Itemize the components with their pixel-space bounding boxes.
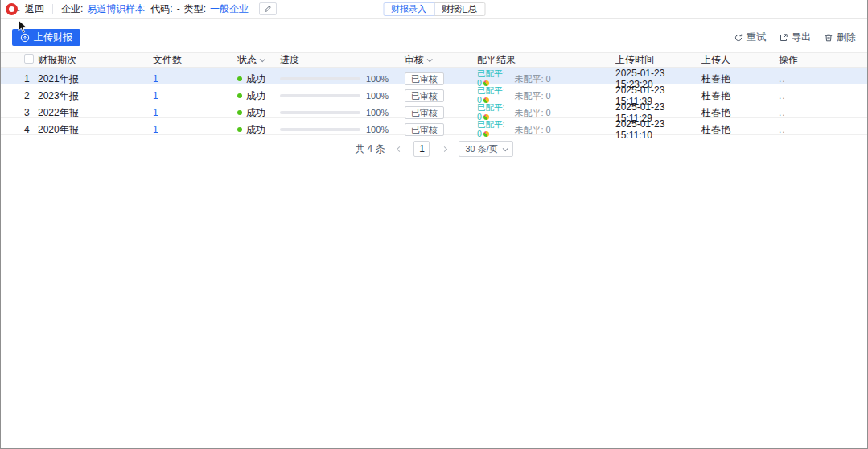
uploader-name: 杜春艳	[701, 72, 779, 86]
status-label: 成功	[246, 89, 265, 103]
progress-bar	[280, 111, 360, 114]
status-label: 成功	[246, 106, 265, 120]
col-status-label: 状态	[237, 53, 257, 67]
tab-report-entry[interactable]: 财报录入	[383, 2, 434, 16]
chevron-down-icon[interactable]	[427, 56, 433, 62]
pagination: 共 4 条 1 30 条/页	[1, 141, 867, 157]
period-cell: 2022年报	[38, 106, 153, 120]
unbalanced-value: 0	[546, 74, 551, 84]
audit-badge: 已审核	[405, 72, 444, 85]
unbalanced-block: 未配平: 0	[514, 90, 550, 102]
prev-page-button[interactable]	[392, 142, 406, 156]
trash-icon	[824, 33, 833, 43]
company-label: 企业:	[61, 2, 83, 16]
tab-report-summary[interactable]: 财报汇总	[434, 2, 485, 16]
table-row[interactable]: 4 2020年报 1 成功 100% 已审核 已配平: 0 未配平: 0 202…	[1, 118, 867, 135]
chevron-down-icon	[503, 146, 508, 151]
row-index: 4	[9, 124, 38, 135]
progress-bar	[280, 128, 360, 131]
success-dot-icon	[237, 93, 242, 98]
progress-cell: 100%	[280, 108, 405, 117]
col-audit-label: 审核	[405, 53, 424, 67]
balanced-label: 已配平:	[477, 119, 504, 129]
unbalanced-block: 未配平: 0	[514, 73, 550, 85]
unbalanced-label: 未配平:	[514, 91, 543, 101]
progress-label: 100%	[366, 91, 389, 101]
upload-label: 上传财报	[34, 31, 72, 44]
status-cell: 成功	[237, 89, 280, 103]
success-dot-icon	[237, 127, 242, 132]
next-page-button[interactable]	[437, 142, 451, 156]
progress-bar	[280, 94, 360, 97]
balance-icon	[483, 131, 489, 137]
row-index: 3	[9, 107, 38, 118]
success-dot-icon	[237, 110, 242, 115]
export-label: 导出	[792, 31, 811, 44]
unbalanced-label: 未配平:	[514, 125, 543, 134]
balanced-label: 已配平:	[477, 85, 504, 95]
row-actions-button[interactable]: ..	[779, 73, 859, 84]
table-row[interactable]: 1 2021年报 1 成功 100% 已审核 已配平: 0 未配平: 0 202…	[1, 68, 867, 84]
audit-badge: 已审核	[405, 123, 444, 136]
audit-badge: 已审核	[405, 89, 444, 102]
back-label: 返回	[25, 2, 44, 16]
top-bar: ← 返回 企业: 易道博识样本... 代码: - 类型: 一般企业 财报录入 财…	[1, 0, 867, 19]
row-actions-button[interactable]: ..	[779, 107, 859, 118]
files-count-link[interactable]: 1	[153, 107, 158, 118]
table-actions: 重试 导出 删除	[734, 31, 856, 44]
row-actions-button[interactable]: ..	[779, 124, 859, 135]
unbalanced-block: 未配平: 0	[514, 124, 550, 136]
status-label: 成功	[246, 72, 265, 86]
type-value-link[interactable]: 一般企业	[210, 2, 249, 16]
company-meta: 企业: 易道博识样本... 代码: - 类型: 一般企业	[61, 2, 277, 16]
balanced-block: 已配平: 0	[477, 120, 504, 138]
progress-cell: 100%	[280, 74, 405, 84]
progress-label: 100%	[366, 125, 389, 134]
current-page-button[interactable]: 1	[413, 141, 430, 157]
export-button[interactable]: 导出	[779, 31, 811, 44]
table-header-row: 财报期次 文件数 状态 进度 审核 配平结果 上传时间 上传人 操作	[1, 52, 867, 68]
upload-icon	[20, 33, 30, 43]
unbalanced-label: 未配平:	[514, 108, 543, 117]
export-icon	[779, 33, 788, 43]
delete-button[interactable]: 删除	[824, 31, 856, 44]
page-size-value: 30 条/页	[465, 143, 497, 155]
col-period: 财报期次	[38, 53, 153, 67]
progress-cell: 100%	[280, 125, 405, 134]
col-time: 上传时间	[615, 53, 701, 67]
select-all-checkbox[interactable]	[24, 54, 34, 64]
period-cell: 2020年报	[38, 123, 153, 137]
company-name-link[interactable]: 易道博识样本...	[87, 2, 146, 16]
code-label: 代码:	[150, 2, 172, 16]
row-index: 2	[9, 90, 38, 101]
progress-label: 100%	[366, 108, 389, 117]
balanced-label: 已配平:	[477, 102, 504, 112]
col-uploader: 上传人	[701, 53, 779, 67]
table-row[interactable]: 3 2022年报 1 成功 100% 已审核 已配平: 0 未配平: 0 202…	[1, 101, 867, 118]
app-window: ← 返回 企业: 易道博识样本... 代码: - 类型: 一般企业 财报录入 财…	[0, 0, 868, 449]
col-op: 操作	[779, 53, 859, 67]
upload-time: 2025-01-23 15:11:10	[615, 118, 701, 141]
chevron-down-icon[interactable]	[260, 56, 265, 62]
balance-cell: 已配平: 0 未配平: 0	[477, 120, 615, 138]
uploader-name: 杜春艳	[701, 89, 779, 103]
col-files: 文件数	[153, 53, 237, 67]
files-count-link[interactable]: 1	[153, 124, 158, 135]
col-balance: 配平结果	[477, 53, 615, 67]
mouse-cursor-icon	[18, 19, 27, 34]
total-count: 共 4 条	[355, 142, 385, 156]
files-count-link[interactable]: 1	[153, 73, 158, 84]
table-row[interactable]: 2 2023年报 1 成功 100% 已审核 已配平: 0 未配平: 0 202…	[1, 84, 867, 101]
retry-button[interactable]: 重试	[734, 31, 766, 44]
recording-indicator	[6, 3, 18, 15]
delete-label: 删除	[837, 31, 856, 44]
retry-label: 重试	[747, 31, 766, 44]
unbalanced-label: 未配平:	[514, 74, 543, 84]
page-size-select[interactable]: 30 条/页	[459, 141, 512, 157]
unbalanced-value: 0	[546, 91, 551, 101]
balanced-label: 已配平:	[477, 68, 504, 78]
files-count-link[interactable]: 1	[153, 90, 158, 101]
edit-company-button[interactable]	[259, 2, 277, 15]
status-cell: 成功	[237, 72, 280, 86]
row-actions-button[interactable]: ..	[779, 90, 859, 101]
